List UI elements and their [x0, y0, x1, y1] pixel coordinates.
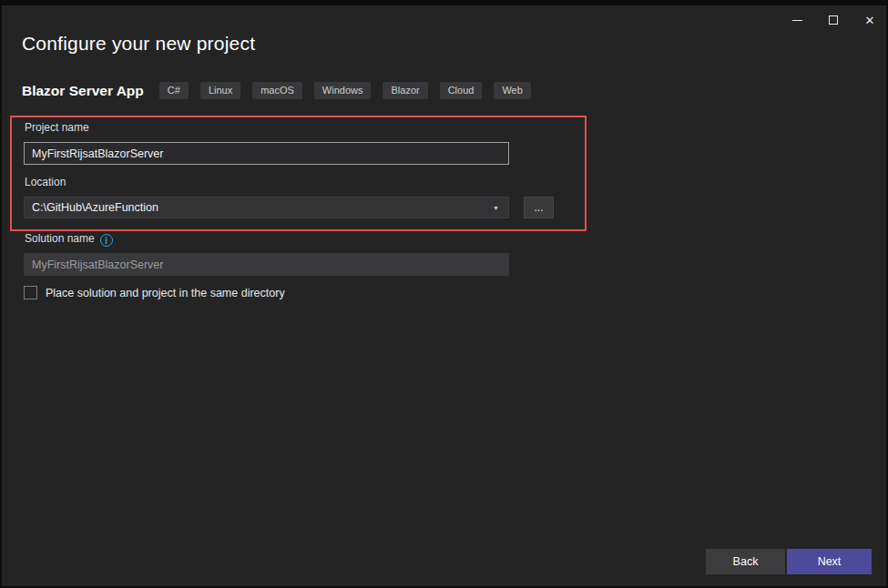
- template-tag: Blazor: [383, 82, 427, 99]
- minimize-icon: [792, 20, 802, 21]
- template-tag: Windows: [314, 82, 372, 99]
- solution-name-label: Solution name: [25, 232, 95, 245]
- location-combobox[interactable]: C:\GitHub\AzureFunction ▼: [24, 197, 509, 218]
- page-title: Configure your new project: [22, 33, 255, 55]
- location-value: C:\GitHub\AzureFunction: [32, 201, 493, 214]
- template-name: Blazor Server App: [22, 83, 144, 99]
- tag-list: C#LinuxmacOSWindowsBlazorCloudWeb: [159, 82, 531, 99]
- template-tag: Cloud: [440, 82, 483, 99]
- same-directory-checkbox[interactable]: [24, 286, 37, 299]
- template-tag: Web: [494, 82, 530, 99]
- project-name-input[interactable]: [24, 142, 509, 165]
- template-row: Blazor Server App C#LinuxmacOSWindowsBla…: [22, 82, 531, 99]
- info-icon[interactable]: i: [100, 234, 113, 247]
- template-tag: Linux: [200, 82, 240, 99]
- configure-project-dialog: { "window": { "icons": { "close": "✕", "…: [0, 0, 888, 588]
- same-directory-label: Place solution and project in the same d…: [46, 287, 285, 299]
- template-tag: macOS: [252, 82, 302, 99]
- close-icon: ✕: [865, 15, 875, 26]
- solution-name-input[interactable]: [24, 253, 509, 276]
- maximize-icon: [829, 15, 838, 25]
- project-name-label: Project name: [25, 121, 89, 134]
- browse-location-button[interactable]: ...: [524, 197, 554, 218]
- same-directory-option[interactable]: Place solution and project in the same d…: [24, 286, 285, 299]
- close-button[interactable]: ✕: [856, 9, 883, 31]
- solution-name-label-row: Solution namei: [25, 232, 113, 247]
- chevron-down-icon: ▼: [493, 205, 501, 211]
- maximize-button[interactable]: [820, 9, 847, 31]
- next-button[interactable]: Next: [787, 549, 872, 574]
- location-label: Location: [25, 176, 66, 188]
- minimize-button[interactable]: [783, 9, 811, 31]
- back-button[interactable]: Back: [706, 549, 785, 574]
- template-tag: C#: [159, 82, 189, 99]
